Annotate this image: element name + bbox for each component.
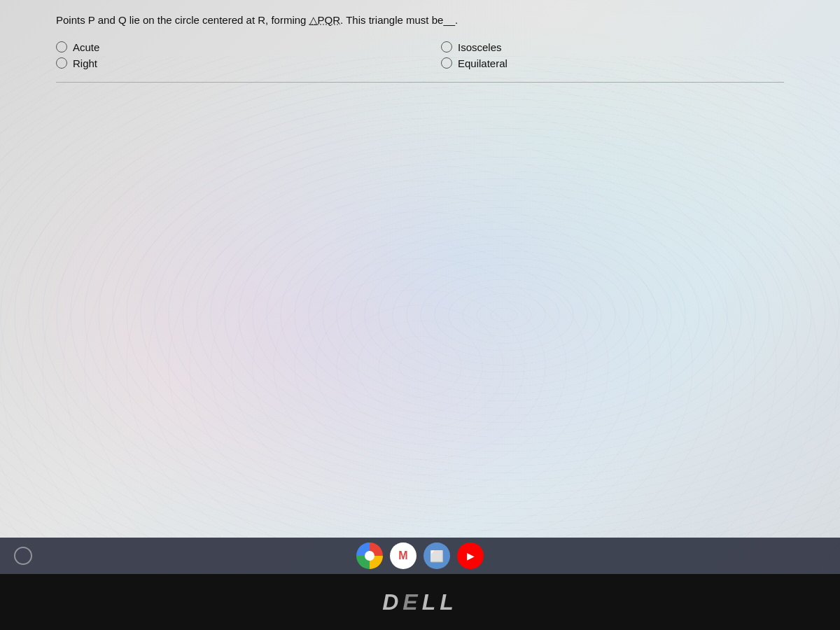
question-text-part1: Points P and Q lie on the circle centere…	[56, 14, 309, 26]
question-blank: __.	[443, 14, 458, 26]
option-right-label: Right	[73, 57, 97, 69]
question-text: Points P and Q lie on the circle centere…	[56, 13, 784, 29]
option-equilateral[interactable]: Equilateral	[441, 57, 784, 69]
radio-isosceles[interactable]	[441, 41, 452, 52]
options-container: Acute Isosceles Right Equilateral	[56, 41, 784, 69]
option-isosceles-label: Isosceles	[458, 41, 502, 53]
divider-line	[56, 82, 784, 83]
option-equilateral-label: Equilateral	[458, 57, 507, 69]
gmail-icon[interactable]: M	[390, 542, 416, 569]
taskbar: M ⬜ ▶	[0, 538, 840, 574]
option-right[interactable]: Right	[56, 57, 399, 69]
option-acute[interactable]: Acute	[56, 41, 399, 53]
dell-logo: DELL	[382, 589, 458, 615]
radio-right[interactable]	[56, 57, 67, 69]
taskbar-left-circle[interactable]	[14, 547, 32, 565]
dell-area: DELL	[0, 574, 840, 630]
question-text-part2: . This triangle must be	[340, 14, 443, 26]
youtube-symbol: ▶	[467, 550, 475, 561]
option-isosceles[interactable]: Isosceles	[441, 41, 784, 53]
radio-equilateral[interactable]	[441, 57, 452, 69]
swirl-lines	[0, 56, 840, 574]
chrome-icon[interactable]	[356, 542, 383, 569]
triangle-symbol: △PQR	[309, 14, 341, 26]
content-area: Points P and Q lie on the circle centere…	[0, 0, 840, 83]
files-icon[interactable]: ⬜	[424, 542, 450, 569]
screen: Points P and Q lie on the circle centere…	[0, 0, 840, 574]
dell-logo-text: DELL	[382, 589, 458, 615]
gmail-symbol: M	[398, 550, 407, 562]
radio-acute[interactable]	[56, 41, 67, 52]
files-symbol: ⬜	[430, 550, 444, 563]
youtube-icon[interactable]: ▶	[457, 542, 484, 569]
option-acute-label: Acute	[73, 41, 99, 53]
